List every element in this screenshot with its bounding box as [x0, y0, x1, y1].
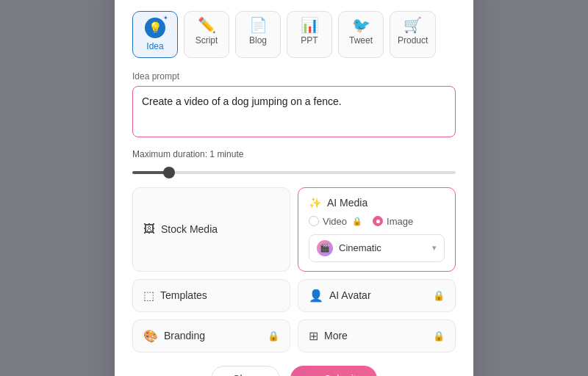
style-dropdown[interactable]: 🎬 Cinematic ▾ [309, 234, 445, 262]
more-lock-icon: 🔒 [433, 330, 445, 341]
tab-blog-label: Blog [249, 35, 267, 46]
ai-media-icon: ✨ [309, 197, 321, 209]
branding-card[interactable]: 🎨 Branding 🔒 [132, 319, 290, 352]
type-tabs: 💡 Idea ✏️ Script 📄 Blog 📊 PPT 🐦 [132, 11, 456, 58]
tab-ppt[interactable]: 📊 PPT [287, 11, 332, 58]
duration-slider[interactable] [132, 171, 456, 174]
image-radio[interactable] [373, 216, 383, 226]
idea-prompt-input[interactable]: Create a video of a dog jumping on a fen… [132, 86, 456, 137]
ppt-icon: 📊 [301, 18, 319, 32]
cards-grid: 🖼 Stock Media ✨ AI Media Video 🔒 [132, 187, 456, 352]
branding-icon: 🎨 [143, 329, 158, 343]
tab-idea-label: Idea [146, 41, 163, 51]
idea-prompt-label: Idea prompt [132, 71, 456, 82]
image-label: Image [387, 216, 413, 227]
tweet-icon: 🐦 [352, 18, 370, 32]
duration-label: Maximum duration: 1 minute [132, 149, 456, 159]
templates-icon: ⬚ [143, 289, 154, 303]
chevron-down-icon: ▾ [432, 243, 437, 253]
image-option[interactable]: Image [373, 216, 413, 227]
more-label: More [324, 330, 348, 341]
lock-small-icon: 🔒 [352, 217, 362, 226]
tab-tweet[interactable]: 🐦 Tweet [338, 11, 384, 58]
submit-label: Submit [324, 373, 356, 377]
tab-blog[interactable]: 📄 Blog [235, 11, 281, 58]
checkmark-icon: ✓ [311, 373, 320, 377]
blog-icon: 📄 [249, 18, 268, 32]
video-label: Video [323, 216, 347, 227]
modal-dialog: ■ Magic Create 💡 Idea ✏️ Script 📄 Blog [115, 0, 473, 376]
tab-product-label: Product [398, 35, 428, 46]
stock-media-label: Stock Media [161, 223, 218, 235]
stock-media-icon: 🖼 [143, 223, 155, 236]
video-option[interactable]: Video 🔒 [309, 216, 362, 227]
branding-lock-icon: 🔒 [268, 330, 279, 341]
slider-container [132, 164, 456, 177]
tab-tweet-label: Tweet [349, 35, 373, 46]
tab-ppt-label: PPT [301, 35, 318, 46]
templates-label: Templates [160, 289, 207, 301]
ai-media-card[interactable]: ✨ AI Media Video 🔒 Image 🎬 [298, 187, 456, 272]
tab-idea[interactable]: 💡 Idea [132, 11, 178, 58]
video-radio[interactable] [309, 216, 319, 226]
tab-script-label: Script [196, 35, 218, 46]
templates-card[interactable]: ⬚ Templates [132, 279, 290, 312]
close-button[interactable]: Close [211, 366, 280, 377]
ai-media-title: ✨ AI Media [309, 197, 445, 209]
ai-avatar-label: AI Avatar [329, 289, 371, 301]
cinematic-avatar: 🎬 [317, 240, 333, 256]
branding-label: Branding [164, 330, 205, 341]
lock-icon: 🔒 [433, 290, 445, 301]
more-card[interactable]: ⊞ More 🔒 [298, 319, 456, 352]
ai-avatar-card[interactable]: 👤 AI Avatar 🔒 [298, 279, 456, 312]
ai-avatar-icon: 👤 [309, 289, 323, 303]
stock-media-card[interactable]: 🖼 Stock Media [132, 187, 290, 272]
product-icon: 🛒 [404, 18, 422, 32]
submit-button[interactable]: ✓ Submit [290, 366, 377, 377]
style-label: Cinematic [339, 242, 381, 253]
script-icon: ✏️ [198, 18, 216, 32]
idea-icon: 💡 [145, 18, 165, 38]
more-icon: ⊞ [309, 329, 318, 343]
modal-overlay: ■ Magic Create 💡 Idea ✏️ Script 📄 Blog [0, 0, 588, 376]
ai-media-options: Video 🔒 Image [309, 216, 445, 227]
bottom-buttons: Close ✓ Submit [132, 366, 456, 377]
tab-script[interactable]: ✏️ Script [184, 11, 229, 58]
tab-product[interactable]: 🛒 Product [390, 11, 436, 58]
